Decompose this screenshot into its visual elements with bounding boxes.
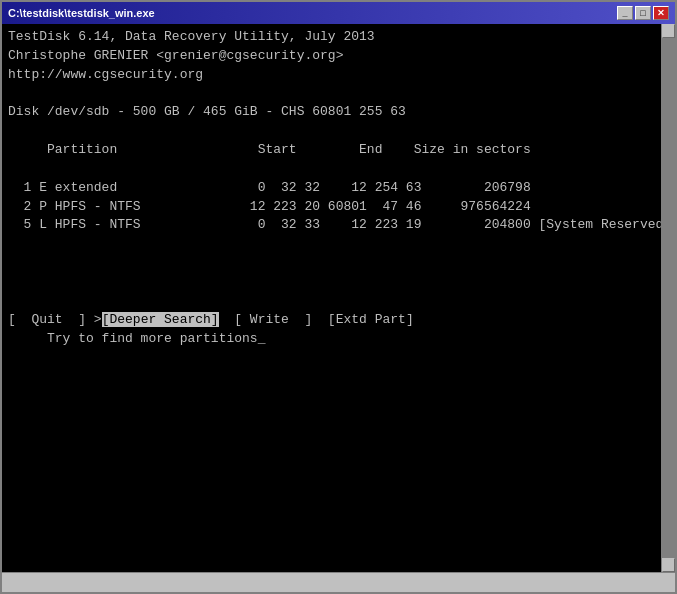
title-bar-left: C:\testdisk\testdisk_win.exe: [8, 7, 155, 19]
partition-row-1: 1 E extended 0 32 32 12 254 63 206798: [8, 180, 531, 195]
window-title: C:\testdisk\testdisk_win.exe: [8, 7, 155, 19]
partition-row-2: 2 P HPFS - NTFS 12 223 20 60801 47 46 97…: [8, 199, 531, 214]
scrollbar: ▲ ▼: [661, 24, 675, 572]
disk-info: Disk /dev/sdb - 500 GB / 465 GiB - CHS 6…: [8, 104, 406, 119]
table-header: Partition Start End Size in sectors: [8, 142, 531, 157]
scroll-up-button[interactable]: ▲: [662, 24, 675, 38]
title-bar: C:\testdisk\testdisk_win.exe _ □ ✕: [2, 2, 675, 24]
deeper-search-option[interactable]: [Deeper Search]: [102, 312, 219, 327]
terminal-content: TestDisk 6.14, Data Recovery Utility, Ju…: [2, 24, 661, 572]
main-window: C:\testdisk\testdisk_win.exe _ □ ✕ TestD…: [0, 0, 677, 594]
menu-line: [ Quit ] >[Deeper Search] [ Write ] [Ext…: [8, 312, 414, 327]
header-line2: Christophe GRENIER <grenier@cgsecurity.o…: [8, 48, 343, 63]
header-line3: http://www.cgsecurity.org: [8, 67, 203, 82]
minimize-button[interactable]: _: [617, 6, 633, 20]
menu-hint: Try to find more partitions_: [8, 331, 265, 346]
status-bar: [2, 572, 675, 592]
title-bar-buttons: _ □ ✕: [617, 6, 669, 20]
scroll-down-button[interactable]: ▼: [662, 558, 675, 572]
terminal-area: TestDisk 6.14, Data Recovery Utility, Ju…: [2, 24, 675, 572]
maximize-button[interactable]: □: [635, 6, 651, 20]
header-line1: TestDisk 6.14, Data Recovery Utility, Ju…: [8, 29, 375, 44]
scroll-track: [662, 38, 675, 558]
close-button[interactable]: ✕: [653, 6, 669, 20]
partition-row-3: 5 L HPFS - NTFS 0 32 33 12 223 19 204800…: [8, 217, 661, 232]
